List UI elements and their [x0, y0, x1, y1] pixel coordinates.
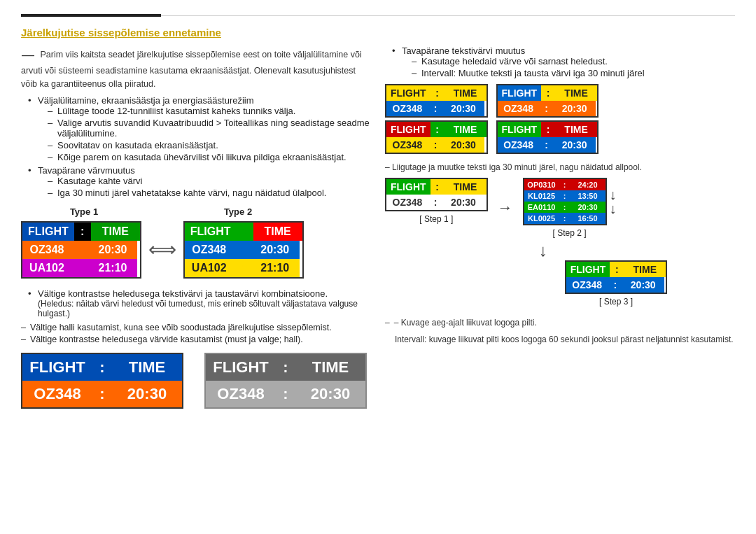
right-board-3: FLIGHT : TIME OZ348 : 20:30	[385, 120, 488, 154]
r3-time-header: TIME	[444, 122, 486, 137]
step3-col: FLIGHT : TIME OZ348 : 20:30 [ Step 3 ]	[497, 260, 735, 307]
last-notes: –– Kuvage aeg-ajalt liikuvat logoga pilt…	[385, 316, 735, 346]
t1-sep1: :	[74, 223, 91, 241]
step3-board: FLIGHT : TIME OZ348 : 20:30	[565, 260, 668, 294]
grey-note: Vältige halli kasutamist, kuna see võib …	[21, 323, 371, 332]
bullet-item-2: Tavapärane värvmuutus Kasutage kahte vär…	[28, 165, 371, 198]
section-title: Järelkujutise sissepõlemise ennetamine	[21, 27, 735, 38]
t2-time-header: TIME	[253, 223, 302, 241]
bl2-oz-sep: :	[276, 381, 295, 407]
r2-oz-num: OZ348	[498, 101, 540, 116]
last-note-1: –– Kuvage aeg-ajalt liikuvat logoga pilt…	[385, 316, 735, 329]
bottom-board-2: FLIGHT : TIME OZ348 : 20:30	[204, 353, 367, 409]
bl1-sep1: :	[92, 354, 112, 381]
right-boards-grid: FLIGHT : TIME OZ348 : 20:30 FLIGHT :	[385, 84, 735, 154]
contrast-note: Vältige kontrastse heledusega tekstivärv…	[21, 288, 371, 318]
step-note: – Liigutage ja muutke teksti iga 30 minu…	[385, 161, 735, 174]
step2-row1-sep: :	[559, 179, 570, 190]
step1-flight: FLIGHT	[386, 179, 430, 195]
t2-ua-num: UA102	[185, 259, 234, 277]
bl2-oz-time: 20:30	[295, 381, 365, 407]
bottom-boards-row: FLIGHT : TIME OZ348 : 20:30 FLIGHT : TIM…	[21, 353, 371, 409]
bw-note: Vältige kontrastse heledusega värvide ka…	[21, 335, 371, 344]
right-board-1: FLIGHT : TIME OZ348 : 20:30	[385, 84, 488, 118]
step2-row2-sep: :	[559, 190, 570, 202]
t1-time-header: TIME	[91, 223, 140, 241]
step2-row1-val: 24:20	[570, 179, 606, 190]
t1-ua-sep: :	[71, 259, 88, 277]
step2-down-arrows: ↓ ↓	[610, 188, 617, 216]
board-type2: FLIGHT : TIME OZ348 : 20:30 UA102 : 21:1…	[183, 221, 304, 279]
t2-oz-time: 20:30	[251, 241, 300, 259]
step3-oz-sep: :	[608, 277, 622, 293]
step2-row4-sep: :	[559, 213, 570, 224]
type-labels-row: Type 1 Type 2	[21, 206, 371, 217]
r4-flight-header: FLIGHT	[498, 122, 542, 137]
t2-ua-sep: :	[234, 259, 251, 277]
step2-row1-num: OP0310	[524, 179, 559, 190]
steps-row: FLIGHT : TIME OZ348 : 20:30 [ Step 1 ] →	[385, 178, 735, 238]
step2-row2-num: KL0125	[524, 190, 559, 202]
step2-row3-val: 20:30	[570, 202, 606, 213]
t1-oz-num: OZ348	[22, 241, 71, 259]
r3-flight-header: FLIGHT	[386, 122, 430, 137]
t2-oz-num: OZ348	[185, 241, 234, 259]
step3-time: TIME	[624, 262, 666, 277]
r4-sep1: :	[541, 122, 555, 137]
r3-sep1: :	[430, 122, 444, 137]
right-boards-row1: FLIGHT : TIME OZ348 : 20:30 FLIGHT :	[385, 84, 735, 118]
step3-label: [ Step 3 ]	[599, 297, 633, 307]
types-boards-row: FLIGHT : TIME OZ348 : 20:30 UA102 : 21:1…	[21, 221, 371, 279]
right-top-notes: Tavapärane tekstivärvì muutus Kasutage h…	[385, 45, 735, 78]
r4-oz-sep: :	[540, 137, 554, 153]
r2-time-header: TIME	[555, 85, 597, 101]
step2-col: OP0310 : 24:20 KL0125 : 13:50 EA0110 :	[523, 178, 617, 238]
step1-oz-sep: :	[428, 195, 442, 210]
double-arrow-icon: ⟺	[148, 238, 176, 261]
bullet-list: Väljalülitamine, ekraanisäästja ja energ…	[21, 95, 371, 198]
t1-oz-time: 20:30	[88, 241, 137, 259]
bl1-oz-num: OZ348	[22, 381, 92, 407]
step1-sep1: :	[430, 179, 444, 195]
top-note: — Parim viis kaitsta seadet järelkujutis…	[21, 45, 371, 91]
bottom-board-1: FLIGHT : TIME OZ348 : 20:30	[21, 353, 183, 409]
step2-label: [ Step 2 ]	[553, 228, 587, 238]
t1-ua-num: UA102	[22, 259, 71, 277]
step3-flight: FLIGHT	[566, 262, 610, 277]
t2-ua-time: 21:10	[251, 259, 300, 277]
r1-flight-header: FLIGHT	[386, 85, 430, 101]
t1-ua-time: 21:10	[88, 259, 137, 277]
step-right-arrow-icon: →	[498, 199, 513, 217]
step2-row3-sep: :	[559, 202, 570, 213]
r4-oz-num: OZ348	[498, 137, 540, 153]
r1-sep1: :	[430, 85, 444, 101]
r2-flight-header: FLIGHT	[498, 85, 542, 101]
r3-oz-num: OZ348	[386, 137, 428, 153]
t2-sep1: :	[237, 223, 253, 241]
top-divider	[21, 14, 735, 17]
bl2-time-header: TIME	[295, 354, 365, 381]
step1-col: FLIGHT : TIME OZ348 : 20:30 [ Step 1 ]	[385, 178, 488, 224]
step2-board: OP0310 : 24:20 KL0125 : 13:50 EA0110 :	[523, 178, 607, 225]
step1-oz-num: OZ348	[386, 195, 428, 210]
r1-oz-num: OZ348	[386, 101, 428, 116]
r1-time-header: TIME	[444, 85, 486, 101]
r1-oz-time: 20:30	[442, 101, 484, 116]
bl1-time-header: TIME	[112, 354, 182, 381]
step2-row4-val: 16:50	[570, 213, 606, 224]
bullet-item-1: Väljalülitamine, ekraanisäästja ja energ…	[28, 95, 371, 162]
bl2-oz-num: OZ348	[206, 381, 276, 407]
step3-oz-num: OZ348	[566, 277, 608, 293]
right-column: Tavapärane tekstivärvì muutus Kasutage h…	[385, 45, 735, 409]
t2-flight-header: FLIGHT	[185, 223, 237, 241]
t1-oz-sep: :	[71, 241, 88, 259]
bl1-oz-sep: :	[92, 381, 112, 407]
r4-oz-time: 20:30	[554, 137, 596, 153]
r1-oz-sep: :	[428, 101, 442, 116]
type1-label: Type 1	[21, 206, 147, 217]
bl2-flight-header: FLIGHT	[206, 354, 276, 381]
step1-time: TIME	[444, 179, 486, 195]
r2-oz-sep: :	[540, 101, 554, 116]
r4-time-header: TIME	[555, 122, 597, 137]
bl1-oz-time: 20:30	[112, 381, 182, 407]
